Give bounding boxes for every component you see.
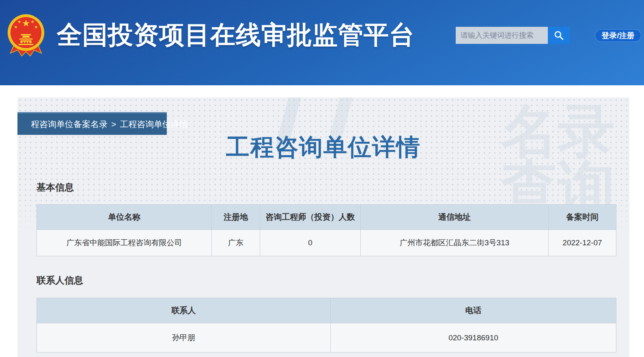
basic-info-table: 单位名称 注册地 咨询工程师（投资）人数 通信地址 备案时间 广东省中能国际工程… xyxy=(37,204,616,256)
site-header: ★ ★ ★ ★ ★ 全国投资项目在线审批监管平台 登录/注册 xyxy=(0,0,644,85)
column-header: 通信地址 xyxy=(361,205,549,230)
address-cell: 广州市花都区汇晶东二街3号313 xyxy=(361,230,549,256)
page-title: 工程咨询单位详情 xyxy=(17,132,629,163)
breadcrumb-trail-link[interactable]: 程咨询单位备案名录 xyxy=(31,119,108,130)
table-header-row: 单位名称 注册地 咨询工程师（投资）人数 通信地址 备案时间 xyxy=(37,205,616,230)
phone-cell: 020-39186910 xyxy=(330,323,616,353)
column-header: 单位名称 xyxy=(37,205,212,230)
search-icon xyxy=(554,30,564,41)
table-row: 孙甲朋 020-39186910 xyxy=(37,323,616,353)
unit-name-cell: 广东省中能国际工程咨询有限公司 xyxy=(37,230,212,256)
engineer-count-cell: 0 xyxy=(260,230,360,256)
svg-text:★: ★ xyxy=(34,24,38,29)
breadcrumb-separator: > xyxy=(111,119,116,129)
table-header-row: 联系人 电话 xyxy=(37,298,616,323)
column-header: 电话 xyxy=(330,298,616,323)
contact-info-heading: 联系人信息 xyxy=(37,274,83,287)
table-row: 广东省中能国际工程咨询有限公司 广东 0 广州市花都区汇晶东二街3号313 20… xyxy=(37,230,616,256)
record-date-cell: 2022-12-07 xyxy=(548,230,616,256)
basic-info-heading: 基本信息 xyxy=(37,181,74,194)
registration-place-cell: 广东 xyxy=(212,230,260,256)
column-header: 备案时间 xyxy=(548,205,616,230)
site-title: 全国投资项目在线审批监管平台 xyxy=(57,18,415,52)
svg-text:★: ★ xyxy=(31,19,34,24)
contact-info-table: 联系人 电话 孙甲朋 020-39186910 xyxy=(37,298,616,353)
content-card: 名录 查询 程咨询单位备案名录 > 工程咨询单位详情 工程咨询单位详情 基本信息… xyxy=(17,97,629,357)
svg-text:★: ★ xyxy=(14,24,17,29)
search-bar xyxy=(456,27,570,44)
search-button[interactable] xyxy=(548,27,570,44)
national-emblem-icon: ★ ★ ★ ★ ★ xyxy=(6,13,45,57)
login-register-button[interactable]: 登录/注册 xyxy=(595,29,641,42)
column-header: 咨询工程师（投资）人数 xyxy=(260,205,360,230)
search-input[interactable] xyxy=(456,27,548,44)
svg-text:★: ★ xyxy=(17,19,21,24)
svg-text:★: ★ xyxy=(22,18,30,28)
column-header: 注册地 xyxy=(212,205,260,230)
column-header: 联系人 xyxy=(37,298,331,323)
breadcrumb-current: 工程咨询单位详情 xyxy=(120,119,188,130)
contact-name-cell: 孙甲朋 xyxy=(37,323,331,353)
